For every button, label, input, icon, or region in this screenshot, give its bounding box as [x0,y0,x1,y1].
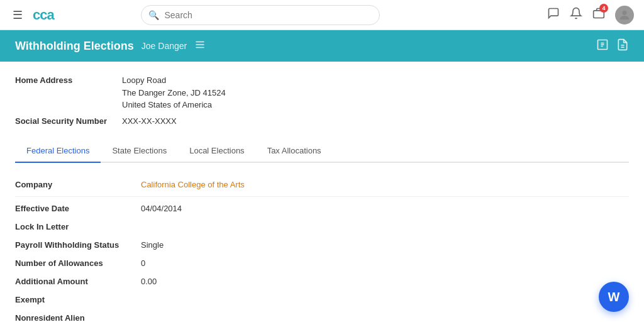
search-icon: 🔍 [148,10,159,20]
personal-info-grid: Home Address Loopy Road The Danger Zone,… [15,74,629,127]
federal-elections-section: Company California College of the Arts E… [15,175,629,327]
notification-badge: 4 [599,4,608,13]
additional-amount-value: 0.00 [141,277,629,286]
nonresident-label: Nonresident Alien [15,313,141,323]
nav-right-icons: 4 [547,6,634,25]
address-line3: United States of America [122,99,629,111]
page-header-actions [596,38,629,54]
svg-rect-2 [196,42,204,43]
effective-date-value: 04/04/2014 [141,204,629,213]
page-header-left: Withholding Elections Joe Danger [15,39,206,53]
pdf-icon[interactable] [616,38,629,54]
hamburger-icon[interactable]: ☰ [10,6,25,25]
tab-state-elections[interactable]: State Elections [101,140,178,163]
tab-bar: Federal Elections State Elections Local … [15,140,629,163]
logo-text: cca [33,7,54,23]
tab-local-elections[interactable]: Local Elections [178,140,255,163]
payroll-status-label: Payroll Withholding Status [15,240,141,250]
page-title: Withholding Elections [15,40,134,53]
fab-button[interactable]: W [599,282,629,312]
home-address-label: Home Address [15,74,122,111]
message-icon[interactable] [547,7,560,23]
allowances-row: Number of Allowances 0 [15,254,629,272]
nonresident-row: Nonresident Alien [15,309,629,327]
search-input[interactable] [141,5,380,25]
user-avatar[interactable] [615,6,634,25]
briefcase-icon[interactable]: 4 [592,7,605,23]
page-header-menu-icon[interactable] [194,39,206,53]
lock-in-letter-label: Lock In Letter [15,222,141,231]
logo: cca [33,7,54,23]
allowances-label: Number of Allowances [15,258,141,268]
company-value[interactable]: California College of the Arts [141,180,629,189]
svg-point-1 [622,10,626,14]
address-line2: The Danger Zone, JD 41524 [122,87,629,99]
ssn-label: Social Security Number [15,115,122,128]
allowances-value: 0 [141,258,629,268]
company-label: Company [15,180,141,189]
payroll-status-row: Payroll Withholding Status Single [15,236,629,254]
bell-icon[interactable] [570,7,582,23]
page-header: Withholding Elections Joe Danger [0,30,644,62]
ssn-value: XXX-XX-XXXX [122,115,629,128]
home-address-value: Loopy Road The Danger Zone, JD 41524 Uni… [122,74,629,111]
search-bar: 🔍 [141,5,380,25]
company-row: Company California College of the Arts [15,175,629,194]
address-line1: Loopy Road [122,74,629,87]
top-nav: ☰ cca 🔍 4 [0,0,644,30]
additional-amount-row: Additional Amount 0.00 [15,272,629,291]
svg-rect-4 [196,47,204,48]
page-subtitle: Joe Danger [142,41,187,51]
tab-tax-allocations[interactable]: Tax Allocations [256,140,333,163]
exempt-label: Exempt [15,295,141,304]
effective-date-row: Effective Date 04/04/2014 [15,199,629,218]
effective-date-label: Effective Date [15,204,141,213]
lock-in-letter-row: Lock In Letter [15,218,629,236]
exempt-row: Exempt [15,291,629,309]
tab-federal-elections[interactable]: Federal Elections [15,140,101,163]
main-content: Home Address Loopy Road The Danger Zone,… [0,62,644,327]
export-icon[interactable] [596,38,609,54]
payroll-status-value: Single [141,240,629,250]
svg-rect-3 [196,44,204,45]
additional-amount-label: Additional Amount [15,277,141,286]
